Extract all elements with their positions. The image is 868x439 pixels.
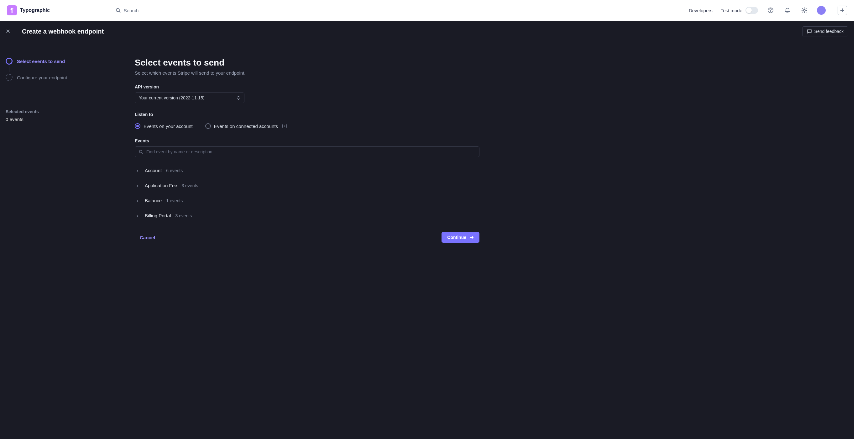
svg-line-1 — [119, 11, 120, 12]
step-connector — [9, 66, 9, 72]
plus-button[interactable] — [838, 6, 847, 15]
svg-point-4 — [803, 9, 805, 11]
feedback-label: Send feedback — [814, 29, 843, 34]
test-mode-toggle[interactable] — [745, 7, 758, 14]
step-label: Configure your endpoint — [17, 75, 67, 80]
event-category-count: 6 events — [166, 168, 183, 173]
radio-unchecked-icon — [205, 123, 211, 129]
event-category-list: › Account 6 events › Application Fee 3 e… — [135, 160, 479, 223]
selected-events-label: Selected events — [6, 109, 120, 114]
topnav: ¶ Typographic Search Developers Test mod… — [0, 0, 854, 21]
send-feedback-button[interactable]: Send feedback — [802, 26, 848, 36]
chevron-right-icon: › — [136, 198, 141, 203]
svg-point-7 — [140, 150, 142, 153]
events-label: Events — [135, 138, 479, 143]
settings-icon[interactable] — [800, 6, 809, 15]
developers-link[interactable]: Developers — [689, 8, 713, 13]
form-description: Select which events Stripe will send to … — [135, 70, 479, 76]
right-rail — [854, 0, 868, 439]
radio-checked-icon — [135, 123, 141, 129]
event-category-row[interactable]: › Account 6 events — [135, 163, 479, 178]
form: Select events to send Select which event… — [125, 42, 479, 439]
event-category-name: Application Fee — [145, 183, 177, 188]
api-version-select[interactable]: Your current version (2022-11-15) — [135, 92, 244, 103]
radio-events-your-account[interactable]: Events on your account — [135, 123, 193, 129]
chat-icon — [807, 29, 812, 34]
search-placeholder: Search — [124, 8, 139, 13]
notifications-icon[interactable] — [783, 6, 792, 15]
search-input[interactable]: Search — [116, 8, 139, 13]
continue-label: Continue — [447, 235, 466, 240]
event-category-name: Account — [145, 168, 162, 173]
step-sidebar: Select events to send Configure your end… — [0, 42, 125, 439]
selected-events-count: 0 events — [6, 117, 120, 122]
chevron-right-icon: › — [136, 168, 141, 173]
step-label: Select events to send — [17, 59, 65, 64]
events-search-field[interactable] — [146, 149, 475, 154]
brand-name: Typographic — [20, 7, 50, 13]
brand-logo-icon: ¶ — [7, 5, 17, 16]
svg-point-3 — [770, 11, 771, 12]
svg-line-8 — [142, 153, 143, 154]
radio-label: Events on your account — [144, 123, 193, 129]
step-indicator-inactive-icon — [6, 74, 12, 81]
search-icon — [139, 150, 143, 154]
api-version-value: Your current version (2022-11-15) — [139, 95, 205, 100]
svg-point-0 — [116, 8, 119, 11]
test-mode-label: Test mode — [721, 8, 742, 13]
event-category-name: Balance — [145, 198, 162, 203]
radio-label: Events on connected accounts — [214, 123, 278, 129]
form-heading: Select events to send — [135, 58, 479, 68]
radio-events-connected-accounts[interactable]: Events on connected accounts i — [205, 123, 287, 129]
chevron-right-icon: › — [136, 213, 141, 218]
listen-to-label: Listen to — [135, 112, 479, 117]
step-configure-endpoint[interactable]: Configure your endpoint — [6, 74, 120, 81]
chevron-right-icon: › — [136, 183, 141, 188]
event-category-name: Billing Portal — [145, 213, 171, 218]
event-category-row[interactable]: › Balance 1 events — [135, 193, 479, 208]
step-indicator-active-icon — [6, 58, 12, 65]
brand[interactable]: ¶ Typographic — [7, 5, 50, 16]
events-search-input[interactable] — [135, 146, 479, 157]
api-version-label: API version — [135, 84, 479, 89]
chevron-updown-icon — [237, 96, 240, 100]
cancel-button[interactable]: Cancel — [135, 232, 160, 243]
search-icon — [116, 8, 121, 13]
event-category-count: 3 events — [181, 183, 198, 188]
subheader: ✕ Create a webhook endpoint Send feedbac… — [0, 21, 854, 42]
arrow-right-icon — [469, 235, 474, 239]
event-category-row[interactable]: › Billing Portal 3 events — [135, 208, 479, 223]
continue-button[interactable]: Continue — [441, 232, 479, 243]
event-category-count: 1 events — [166, 198, 183, 203]
event-category-count: 3 events — [175, 213, 192, 218]
avatar[interactable] — [817, 6, 826, 15]
page-title: Create a webhook endpoint — [22, 28, 104, 35]
step-select-events[interactable]: Select events to send — [6, 58, 120, 65]
help-icon[interactable] — [766, 6, 775, 15]
close-icon[interactable]: ✕ — [6, 28, 16, 35]
event-category-row[interactable]: › Application Fee 3 events — [135, 178, 479, 193]
info-icon[interactable]: i — [282, 124, 287, 128]
